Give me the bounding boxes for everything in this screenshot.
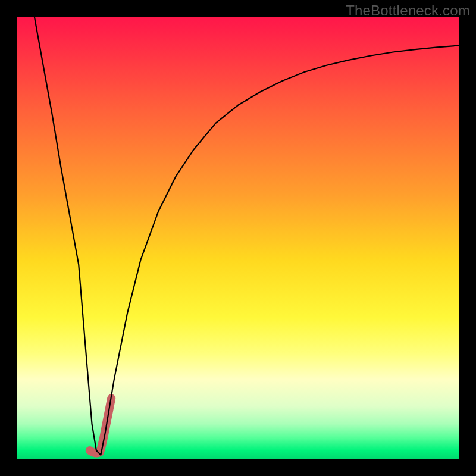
chart-frame: TheBottleneck.com	[0, 0, 476, 476]
curves-svg	[17, 17, 459, 459]
plot-area	[17, 17, 459, 459]
main-curve	[35, 17, 459, 455]
highlight-segment	[90, 398, 111, 453]
